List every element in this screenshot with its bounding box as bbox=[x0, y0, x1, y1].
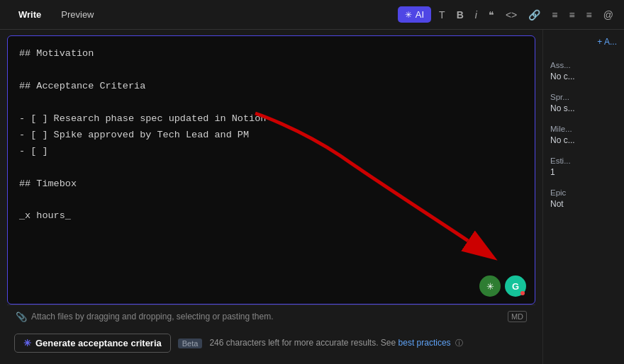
grammarly-dot bbox=[520, 291, 525, 295]
estimate-label: Esti... bbox=[550, 157, 617, 165]
milestone-label: Mile... bbox=[550, 125, 617, 133]
ai-button[interactable]: ✳ AI bbox=[398, 6, 431, 23]
editor-floating-icons: ✳ G bbox=[479, 275, 526, 297]
estimate-value[interactable]: 1 bbox=[550, 167, 617, 177]
code-icon[interactable]: <> bbox=[502, 7, 520, 23]
editor-content[interactable]: ## Motivation ## Acceptance Criteria - [… bbox=[8, 36, 535, 304]
ai-star-icon: ✳ bbox=[405, 10, 412, 20]
generate-acceptance-criteria-button[interactable]: ✳ Generate acceptance criteria bbox=[14, 334, 171, 353]
sprint-value[interactable]: No s... bbox=[550, 103, 617, 113]
beta-badge: Beta bbox=[178, 339, 203, 348]
list-task-icon[interactable]: ≡ bbox=[583, 7, 596, 23]
epic-value[interactable]: Not bbox=[550, 199, 617, 209]
sprint-label: Spr... bbox=[550, 93, 617, 101]
assignee-label: Ass... bbox=[550, 61, 617, 69]
sidebar-section-epic: Epic Not bbox=[550, 188, 617, 209]
link-icon[interactable]: 🔗 bbox=[525, 7, 544, 23]
tab-group: Write Preview bbox=[10, 6, 103, 23]
sparkle-icon[interactable]: ✳ bbox=[479, 275, 501, 297]
quote-icon[interactable]: ❝ bbox=[485, 7, 498, 23]
bold-icon[interactable]: B bbox=[453, 7, 467, 23]
generate-btn-label: Generate acceptance criteria bbox=[35, 338, 162, 348]
markdown-icon: MD bbox=[508, 311, 527, 322]
right-sidebar: + A... Ass... No c... Spr... No s... Mil… bbox=[542, 30, 624, 364]
generate-star-icon: ✳ bbox=[23, 338, 31, 348]
editor-area: ## Motivation ## Acceptance Criteria - [… bbox=[0, 30, 542, 364]
sidebar-section-milestone: Mile... No c... bbox=[550, 125, 617, 145]
list-ordered-icon[interactable]: ≡ bbox=[548, 7, 561, 23]
epic-label: Epic bbox=[550, 188, 617, 197]
mention-icon[interactable]: @ bbox=[600, 7, 617, 23]
grammarly-letter: G bbox=[512, 281, 519, 292]
attach-left: 📎 Attach files by dragging and dropping,… bbox=[16, 312, 274, 322]
sidebar-section-assignee: Ass... No c... bbox=[550, 61, 617, 81]
chars-info: 246 characters left for more accurate re… bbox=[209, 338, 463, 348]
tab-write[interactable]: Write bbox=[10, 6, 50, 23]
attach-text: Attach files by dragging and dropping, s… bbox=[31, 312, 274, 322]
main-layout: ## Motivation ## Acceptance Criteria - [… bbox=[0, 30, 624, 364]
toolbar-right: ✳ AI T B i ❝ <> 🔗 ≡ ≡ ≡ @ bbox=[398, 6, 617, 23]
grammarly-icon[interactable]: G bbox=[505, 275, 526, 297]
list-unordered-icon[interactable]: ≡ bbox=[565, 7, 578, 23]
chars-text: 246 characters left for more accurate re… bbox=[209, 338, 396, 348]
top-bar: Write Preview ✳ AI T B i ❝ <> 🔗 ≡ ≡ ≡ @ bbox=[0, 0, 624, 30]
assignee-value[interactable]: No c... bbox=[550, 72, 617, 81]
milestone-value[interactable]: No c... bbox=[550, 135, 617, 145]
info-icon[interactable]: ⓘ bbox=[455, 339, 463, 347]
bottom-bar: ✳ Generate acceptance criteria Beta 246 … bbox=[7, 328, 535, 358]
best-practices-link[interactable]: best practices bbox=[399, 338, 451, 348]
paperclip-icon: 📎 bbox=[16, 312, 27, 322]
tab-preview[interactable]: Preview bbox=[52, 6, 102, 23]
editor-wrapper: ## Motivation ## Acceptance Criteria - [… bbox=[7, 35, 535, 305]
text-style-icon[interactable]: T bbox=[435, 7, 449, 23]
sidebar-section-sprint: Spr... No s... bbox=[550, 93, 617, 113]
ai-button-label: AI bbox=[416, 9, 424, 20]
italic-icon[interactable]: i bbox=[472, 7, 481, 23]
attach-bar: 📎 Attach files by dragging and dropping,… bbox=[7, 305, 535, 328]
sidebar-section-estimate: Esti... 1 bbox=[550, 157, 617, 177]
sidebar-add-button[interactable]: + A... bbox=[550, 37, 617, 50]
